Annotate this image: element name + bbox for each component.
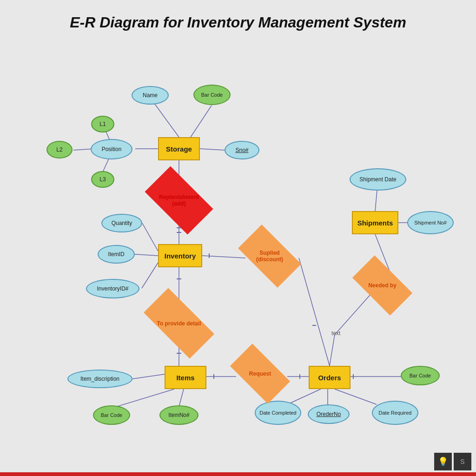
svg-line-2: [200, 149, 225, 150]
attribute-itemno: ItemNo#: [159, 405, 198, 425]
attribute-name: Name: [132, 86, 169, 105]
svg-line-34: [330, 335, 335, 366]
svg-line-16: [299, 258, 330, 366]
entity-items: Items: [165, 366, 206, 389]
attribute-quantity: Quantity: [101, 214, 142, 232]
svg-line-22: [132, 374, 165, 379]
bottom-icons: 💡 S: [434, 453, 471, 470]
attribute-shipment-date: Shipment Date: [350, 168, 406, 191]
relationship-suplied: Suplied(discount): [242, 239, 298, 273]
attribute-position: Position: [91, 139, 132, 159]
relationship-request: Request: [233, 358, 287, 390]
relationship-replenishment: Replenishment(add): [149, 182, 209, 218]
attribute-l2: L2: [46, 141, 73, 159]
svg-line-31: [287, 389, 321, 404]
attribute-oreder-no: OrederNo: [308, 404, 350, 424]
entity-shipments: Shipments: [352, 211, 398, 234]
relationship-needed-by: Needed by: [356, 270, 409, 301]
attribute-date-completed: Date Completed: [255, 401, 301, 425]
svg-line-23: [116, 389, 174, 407]
relationship-to-provide: To provide detail: [146, 306, 212, 341]
attribute-l1: L1: [91, 116, 114, 132]
svg-line-14: [202, 256, 245, 258]
attribute-barcode-items: Bar Code: [93, 405, 130, 425]
attribute-barcode-storage: Bar Code: [193, 85, 231, 105]
attribute-item-disc: Item_discription: [67, 370, 132, 388]
attribute-inventoryid: InventoryID#: [86, 279, 139, 298]
svg-line-13: [142, 263, 158, 288]
unknown-icon: S: [454, 453, 471, 470]
attribute-shipment-no: Shipment No#: [407, 211, 454, 234]
entity-orders: Orders: [309, 366, 350, 389]
lightbulb-icon: 💡: [434, 453, 452, 470]
attribute-l3: L3: [91, 171, 114, 188]
attribute-barcode-orders: Bar Code: [401, 366, 440, 385]
svg-line-12: [135, 254, 158, 256]
attribute-sno: Sno#: [225, 141, 259, 159]
text-label-text: text: [331, 330, 340, 337]
svg-line-1: [191, 106, 212, 137]
entity-inventory: Inventory: [158, 244, 202, 267]
svg-line-11: [142, 223, 158, 251]
bottom-bar: [0, 472, 476, 476]
diagram-container: E-R Diagram for Inventory Management Sys…: [0, 0, 476, 476]
svg-line-24: [179, 389, 184, 407]
svg-line-33: [335, 389, 377, 404]
attribute-date-required: Date Required: [372, 401, 418, 425]
entity-storage: Storage: [158, 137, 200, 160]
svg-line-37: [375, 191, 377, 211]
page-title: E-R Diagram for Inventory Management Sys…: [0, 0, 476, 31]
attribute-itemid: ItemID: [98, 245, 135, 264]
